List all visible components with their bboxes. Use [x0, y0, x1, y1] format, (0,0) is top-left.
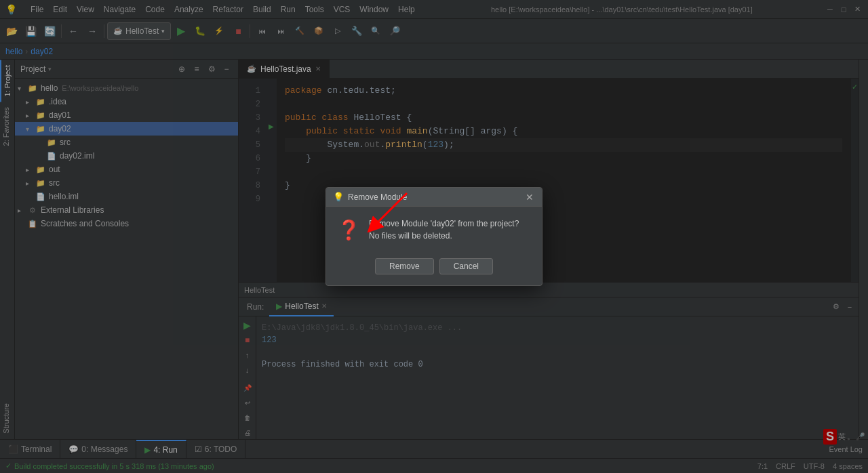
dialog-close-btn[interactable]: ✕: [524, 192, 535, 203]
dialog-title-bar: 💡 Remove Module ✕: [326, 188, 542, 207]
dialog-msg-line1: Remove Module 'day02' from the project?: [369, 218, 519, 230]
dialog-title-text: Remove Module: [348, 192, 407, 202]
dialog-question-icon: ❓: [337, 219, 361, 241]
dialog-msg-line2: No files will be deleted.: [369, 230, 519, 242]
dialog-buttons: Remove Cancel: [326, 253, 542, 285]
dialog-message: Remove Module 'day02' from the project? …: [369, 218, 519, 242]
dialog-body: ❓ Remove Module 'day02' from the project…: [326, 207, 542, 253]
dialog-cancel-btn[interactable]: Cancel: [439, 258, 493, 274]
dialog-overlay: 💡 Remove Module ✕ ❓ Remove Module 'day02…: [0, 0, 868, 473]
dialog-remove-btn[interactable]: Remove: [375, 258, 434, 274]
dialog-title: 💡 Remove Module: [333, 192, 407, 202]
dialog-title-icon: 💡: [333, 192, 344, 202]
remove-module-dialog: 💡 Remove Module ✕ ❓ Remove Module 'day02…: [326, 187, 542, 286]
